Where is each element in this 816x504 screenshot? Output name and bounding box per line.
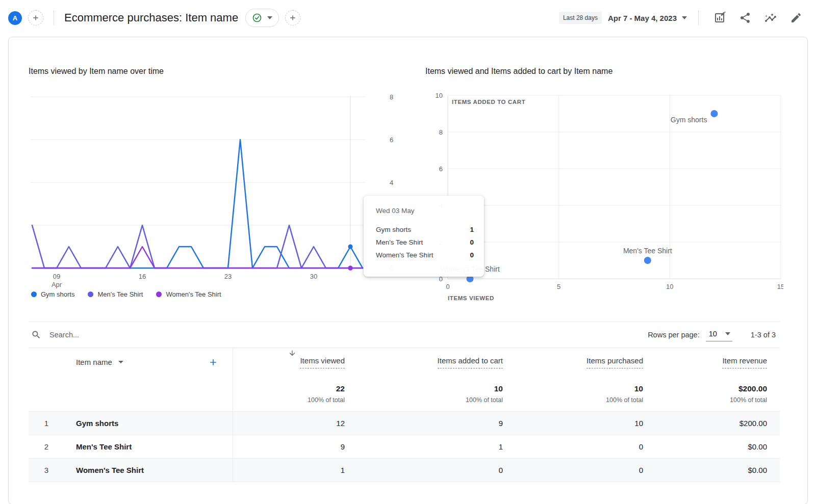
top-bar-actions: Last 28 days Apr 7 - May 4, 2023 (559, 10, 803, 25)
total-items-added-to-cart: 10 100% of total (345, 376, 503, 411)
total-subtext: 100% of total (606, 396, 643, 404)
insights-button[interactable] (764, 11, 777, 24)
table-body: 1Gym shorts12910$200.002Men's Tee Shirt9… (29, 411, 780, 482)
edit-report-button[interactable] (789, 11, 803, 24)
x-axis-tick-label: 5 (557, 283, 560, 290)
x-axis-tick-label: 30 (310, 273, 317, 280)
chart-legend: Gym shortsMen's Tee ShirtWomen's Tee Shi… (31, 290, 221, 298)
metric-header-items-purchased[interactable]: Items purchased (503, 348, 643, 376)
metric-header-label: Items added to cart (438, 356, 503, 368)
plus-icon (32, 14, 40, 22)
legend-item: Men's Tee Shirt (88, 290, 143, 298)
table-totals-row: 22 100% of total 10 100% of total 10 100… (29, 376, 780, 411)
metric-header-label: Item revenue (722, 356, 767, 368)
rows-per-page: Rows per page: 10 1-3 of 3 (648, 328, 780, 341)
tooltip-series-name: Women's Tee Shirt (376, 249, 433, 261)
table-row: 2Men's Tee Shirt910$0.00 (29, 435, 780, 458)
total-subtext: 100% of total (730, 396, 767, 404)
total-items-purchased: 10 100% of total (503, 376, 643, 411)
dimension-header-label: Item name (76, 358, 112, 366)
metric-header-item-revenue[interactable]: Item revenue (643, 348, 780, 376)
x-axis-tick-label: 0 (446, 283, 449, 290)
metric-value-cell: 0 (503, 435, 643, 458)
legend-dot-icon (31, 291, 37, 297)
dimension-header[interactable]: Item name (64, 348, 233, 376)
table-header-row: Item name Items viewed Items added to ca… (29, 348, 780, 376)
divider (698, 10, 699, 25)
legend-item: Women's Tee Shirt (156, 290, 221, 298)
metric-value-cell: $200.00 (643, 412, 780, 435)
search-input[interactable] (48, 330, 265, 339)
x-axis-tick-label: 09 (53, 273, 60, 280)
total-value: 10 (494, 384, 503, 393)
spacer (29, 376, 64, 411)
report-status-dropdown[interactable] (245, 9, 279, 27)
tooltip-series-value: 0 (470, 249, 474, 261)
scatter-point (644, 257, 651, 264)
chevron-down-icon (725, 332, 730, 335)
tooltip-date: Wed 03 May (376, 207, 474, 215)
total-items-viewed: 22 100% of total (233, 376, 345, 411)
tooltip-series-value: 0 (470, 236, 474, 249)
metric-header-label: Items viewed (300, 356, 345, 368)
check-circle-icon (252, 13, 262, 23)
legend-label: Gym shorts (41, 290, 74, 298)
search-icon (31, 330, 41, 340)
tooltip-series-name: Gym shorts (376, 223, 411, 236)
spacer (64, 376, 233, 411)
chevron-down-icon (682, 16, 687, 19)
table-row: 1Gym shorts12910$200.00 (29, 411, 780, 435)
sort-descending-icon (288, 349, 296, 357)
avatar[interactable]: A (8, 11, 22, 25)
chart-tooltip: Wed 03 May Gym shorts1Men's Tee Shirt0Wo… (364, 196, 484, 277)
total-subtext: 100% of total (308, 396, 345, 404)
line-series (32, 225, 363, 268)
date-range-selector[interactable]: Apr 7 - May 4, 2023 (608, 14, 687, 22)
date-preset-badge: Last 28 days (559, 12, 602, 24)
divider (54, 10, 54, 25)
item-name-cell: Women's Tee Shirt (64, 459, 233, 482)
insights-icon (764, 12, 777, 24)
total-subtext: 100% of total (466, 396, 503, 404)
row-index: 2 (29, 435, 64, 458)
add-comparison-button[interactable] (28, 10, 43, 25)
top-bar: A Ecommerce purchases: Item name Last 28… (0, 0, 816, 36)
tooltip-row: Men's Tee Shirt0 (376, 236, 474, 249)
y-axis-tick-label: 10 (436, 92, 443, 99)
add-dimension-button[interactable] (208, 357, 218, 367)
date-range-label: Apr 7 - May 4, 2023 (608, 14, 677, 22)
rows-per-page-select[interactable]: 10 (706, 328, 732, 341)
share-button[interactable] (738, 11, 752, 24)
metric-value-cell: 1 (345, 435, 503, 458)
rows-per-page-value: 10 (709, 330, 717, 338)
pencil-icon (790, 12, 802, 24)
add-report-tab-button[interactable] (285, 10, 300, 25)
item-name-cell: Men's Tee Shirt (64, 435, 233, 458)
scatter-chart-title: Items viewed and Items added to cart by … (425, 67, 613, 76)
point-label: Men's Tee Shirt (623, 247, 672, 255)
metric-value-cell: 1 (233, 459, 345, 482)
metric-header-items-added-to-cart[interactable]: Items added to cart (345, 348, 503, 376)
legend-label: Men's Tee Shirt (97, 290, 143, 298)
data-table: Rows per page: 10 1-3 of 3 Item name (29, 322, 780, 482)
y-axis-title: ITEMS ADDED TO CART (452, 99, 525, 105)
tooltip-row: Gym shorts1 (376, 223, 474, 236)
chevron-down-icon (267, 16, 272, 19)
row-index: 3 (29, 459, 64, 482)
metric-header-items-viewed[interactable]: Items viewed (233, 348, 345, 376)
legend-dot-icon (156, 291, 162, 297)
legend-dot-icon (88, 291, 93, 297)
metric-value-cell: 9 (345, 412, 503, 435)
chart-edit-icon (713, 12, 726, 24)
edit-chart-button[interactable] (713, 11, 726, 24)
x-axis-tick-label: 16 (139, 273, 146, 280)
total-value: 22 (336, 384, 345, 393)
analytics-report-page: A Ecommerce purchases: Item name Last 28… (0, 0, 816, 504)
table-toolbar: Rows per page: 10 1-3 of 3 (29, 322, 780, 348)
table-row: 3Women's Tee Shirt100$0.00 (29, 458, 780, 482)
tooltip-row: Women's Tee Shirt0 (376, 249, 474, 261)
pagination-range: 1-3 of 3 (751, 331, 776, 339)
plus-icon (208, 357, 218, 367)
x-axis-title: ITEMS VIEWED (448, 295, 494, 301)
y-axis-tick-label: 8 (390, 93, 393, 101)
